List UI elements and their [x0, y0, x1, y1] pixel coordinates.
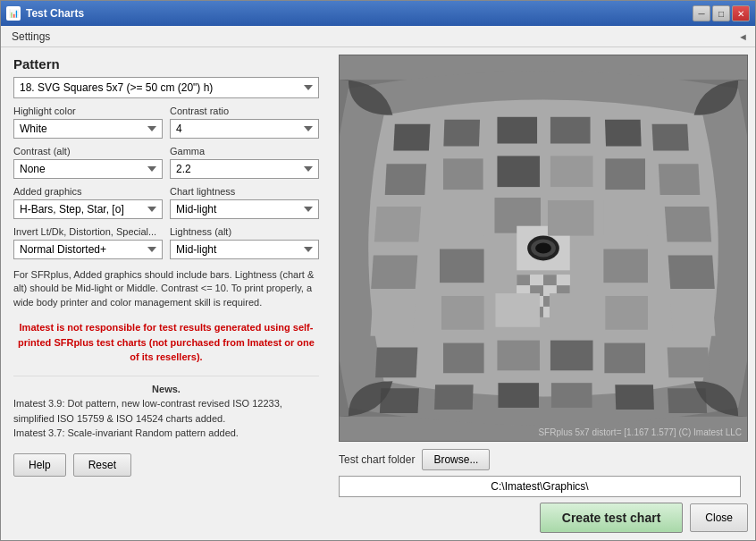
settings-menu[interactable]: Settings	[8, 29, 54, 45]
svg-rect-45	[441, 296, 484, 330]
news-title: News.	[13, 382, 319, 397]
create-test-chart-button[interactable]: Create test chart	[540, 503, 684, 533]
bottom-controls: Test chart folder Browse... Create test …	[339, 449, 748, 533]
window-title: Test Charts	[26, 7, 84, 20]
svg-rect-50	[375, 348, 417, 378]
svg-rect-58	[498, 383, 539, 408]
invert-lt-dk-label: Invert Lt/Dk, Distortion, Special...	[13, 226, 163, 237]
path-row	[339, 476, 748, 497]
svg-rect-14	[440, 200, 484, 236]
svg-rect-43	[668, 255, 715, 289]
news-line-3: Imatest 3.7: Scale-invariant Random patt…	[13, 426, 319, 441]
svg-rect-4	[550, 117, 591, 144]
news-section: News. Imatest 3.9: Dot pattern, new low-…	[13, 376, 319, 441]
svg-rect-20	[548, 200, 594, 236]
svg-rect-27	[530, 275, 543, 285]
svg-rect-47	[550, 293, 594, 327]
gamma-group: Gamma 1.82.02.22.4	[170, 146, 319, 179]
info-text: For SFRplus, Added graphics should inclu…	[13, 268, 319, 309]
highlight-color-dropdown[interactable]: WhiteBlackGray	[13, 119, 163, 139]
right-panel: SFRplus 5x7 distort= [1.167 1.577] (C) I…	[332, 47, 755, 540]
gamma-dropdown[interactable]: 1.82.02.22.4	[170, 159, 319, 179]
chart-label: SFRplus 5x7 distort= [1.167 1.577] (C) I…	[538, 427, 742, 437]
svg-rect-52	[497, 341, 540, 371]
highlight-color-group: Highlight color WhiteBlackGray	[13, 106, 163, 139]
svg-rect-13	[374, 207, 421, 242]
lightness-alt-group: Lightness (alt) DarkMid-darkMiddleMid-li…	[170, 226, 319, 259]
contrast-ratio-dropdown[interactable]: 24810	[170, 119, 319, 139]
chart-preview: SFRplus 5x7 distort= [1.167 1.577] (C) I…	[339, 55, 748, 442]
added-graphics-label: Added graphics	[13, 186, 163, 197]
left-panel: Pattern 18. SVG Squares 5x7 (>= 50 cm (2…	[1, 47, 332, 540]
invert-lt-dk-dropdown[interactable]: NormalNormal Distorted+Inverted	[13, 240, 163, 259]
close-button[interactable]: Close	[690, 503, 748, 532]
contrast-alt-label: Contrast (alt)	[13, 146, 163, 156]
folder-row: Test chart folder Browse...	[339, 449, 748, 470]
row2: Contrast (alt) NoneLowMediumHigh Gamma 1…	[13, 146, 319, 179]
svg-rect-6	[652, 124, 689, 151]
minimize-button[interactable]: ─	[693, 5, 710, 21]
contrast-alt-dropdown[interactable]: NoneLowMediumHigh	[13, 159, 163, 179]
close-window-button[interactable]: ✕	[732, 5, 750, 21]
svg-rect-8	[443, 158, 483, 190]
svg-rect-60	[615, 385, 654, 410]
collapse-icon[interactable]: ◄	[738, 31, 748, 42]
row4: Invert Lt/Dk, Distortion, Special... Nor…	[13, 226, 319, 259]
lightness-alt-dropdown[interactable]: DarkMid-darkMiddleMid-lightLight	[170, 240, 319, 259]
svg-rect-42	[603, 249, 648, 283]
svg-rect-9	[497, 156, 540, 187]
folder-path-input[interactable]	[339, 476, 741, 497]
pattern-dropdown[interactable]: 18. SVG Squares 5x7 (>= 50 cm (20") h)1.…	[13, 77, 319, 98]
svg-rect-3	[497, 117, 537, 144]
chart-lightness-group: Chart lightness DarkMid-darkMiddleMid-li…	[170, 186, 319, 219]
svg-rect-28	[543, 275, 557, 285]
row1: Highlight color WhiteBlackGray Contrast …	[13, 106, 319, 139]
chart-svg	[340, 55, 747, 441]
pattern-section: Pattern 18. SVG Squares 5x7 (>= 50 cm (2…	[13, 56, 319, 98]
warning-text: Imatest is not responsible for test resu…	[13, 320, 319, 365]
chart-lightness-label: Chart lightness	[170, 186, 319, 197]
contrast-alt-group: Contrast (alt) NoneLowMediumHigh	[13, 146, 163, 179]
added-graphics-group: Added graphics NoneH-Bars, Step, Star, […	[13, 186, 163, 219]
svg-rect-51	[443, 343, 484, 374]
title-bar-buttons: ─ □ ✕	[693, 5, 750, 21]
svg-rect-49	[670, 302, 715, 336]
invert-lt-dk-group: Invert Lt/Dk, Distortion, Special... Nor…	[13, 226, 163, 259]
svg-rect-21	[603, 200, 648, 236]
maximize-button[interactable]: □	[712, 5, 730, 21]
svg-rect-10	[550, 156, 593, 187]
svg-rect-2	[443, 120, 480, 147]
title-bar-left: 📊 Test Charts	[6, 6, 84, 21]
svg-rect-57	[434, 385, 474, 410]
svg-rect-12	[659, 164, 700, 195]
news-line-2: simplified ISO 15759 & ISO 14524 charts …	[13, 411, 319, 427]
browse-button[interactable]: Browse...	[422, 449, 490, 470]
test-chart-folder-label: Test chart folder	[339, 453, 415, 466]
pattern-title: Pattern	[13, 56, 319, 72]
lightness-alt-label: Lightness (alt)	[170, 226, 319, 237]
highlight-color-label: Highlight color	[13, 106, 163, 116]
svg-rect-29	[557, 275, 570, 285]
row3: Added graphics NoneH-Bars, Step, Star, […	[13, 186, 319, 219]
svg-rect-11	[605, 158, 645, 190]
contrast-ratio-label: Contrast ratio	[170, 106, 319, 116]
svg-rect-26	[517, 275, 530, 285]
action-row: Create test chart Close	[339, 503, 748, 533]
help-button[interactable]: Help	[13, 453, 66, 477]
chart-lightness-dropdown[interactable]: DarkMid-darkMiddleMid-lightLight	[170, 199, 319, 219]
svg-rect-7	[385, 164, 426, 195]
svg-rect-53	[550, 341, 593, 371]
reset-button[interactable]: Reset	[73, 453, 131, 477]
svg-rect-59	[551, 383, 592, 408]
gamma-label: Gamma	[170, 146, 319, 156]
svg-rect-24	[440, 249, 484, 283]
main-window: 📊 Test Charts ─ □ ✕ Settings ◄ Pattern 1…	[0, 0, 756, 541]
svg-rect-23	[371, 255, 417, 289]
svg-rect-22	[665, 207, 711, 242]
app-icon: 📊	[6, 6, 21, 21]
svg-rect-44	[370, 302, 415, 336]
added-graphics-dropdown[interactable]: NoneH-Bars, Step, Star, [o]H-Bars only	[13, 199, 163, 219]
svg-rect-46	[495, 293, 540, 327]
svg-rect-55	[668, 348, 710, 378]
svg-rect-54	[604, 343, 645, 374]
